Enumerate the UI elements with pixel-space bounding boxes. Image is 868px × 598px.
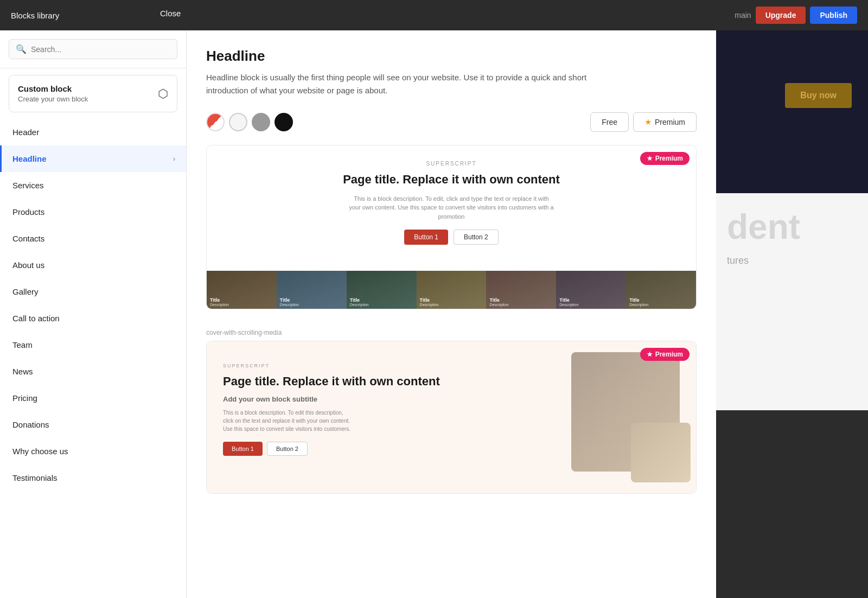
filter-buttons: Free ★ Premium <box>590 112 697 132</box>
search-input[interactable] <box>31 45 170 54</box>
swatch-red[interactable] <box>206 113 225 131</box>
buy-now-button[interactable]: Buy now <box>785 83 852 108</box>
sidebar-item-news[interactable]: News <box>0 358 186 385</box>
sidebar-item-label: Gallery <box>12 287 39 296</box>
sidebar-item-label: Why choose us <box>12 447 68 456</box>
img-secondary <box>631 423 691 482</box>
preview-heading-1: Page title. Replace it with own content <box>218 172 685 188</box>
preview-btn1[interactable]: Button 1 <box>404 230 448 245</box>
star-icon: ★ <box>644 117 652 127</box>
sidebar-item-testimonials[interactable]: Testimonials <box>0 465 186 491</box>
preview-btn2[interactable]: Button 2 <box>454 230 499 245</box>
preview2-image <box>566 341 696 493</box>
sidebar-item-label: Products <box>12 207 44 217</box>
preview-body-2: This is a block description. To edit thi… <box>223 409 353 433</box>
sidebar-item-label: Donations <box>12 420 49 429</box>
preview2-btn1[interactable]: Button 1 <box>223 442 263 456</box>
sidebar-item-label: About us <box>12 260 44 270</box>
superscript-2: SUPERSCRIPT <box>223 363 550 368</box>
preview-buttons-1: Button 1 Button 2 <box>218 230 685 245</box>
sidebar-item-headline[interactable]: Headline › <box>0 145 186 172</box>
preview-subtitle-2: Add your own block subtitle <box>223 395 550 403</box>
sidebar-item-team[interactable]: Team <box>0 332 186 358</box>
sidebar-item-donations[interactable]: Donations <box>0 411 186 438</box>
content-title: Headline <box>206 48 697 65</box>
sidebar-item-label: Services <box>12 181 44 190</box>
custom-block-title: Custom block <box>18 84 88 93</box>
star-icon: ★ <box>647 351 653 358</box>
chevron-right-icon: › <box>173 155 175 163</box>
custom-block-card[interactable]: Custom block Create your own block ⬡ <box>9 75 177 112</box>
custom-block-desc: Create your own block <box>18 95 88 103</box>
right-hero: Buy now <box>716 30 868 161</box>
image-stack <box>571 352 691 482</box>
sidebar-item-label: Team <box>12 340 33 349</box>
sidebar-item-label: Header <box>12 128 39 137</box>
sidebar-item-header[interactable]: Header <box>0 119 186 145</box>
search-input-wrap[interactable]: 🔍 <box>9 39 177 59</box>
image-strip-1: TitleDescription TitleDescription TitleD… <box>207 271 696 309</box>
sidebar-item-services[interactable]: Services <box>0 172 186 199</box>
filter-premium-button[interactable]: ★ Premium <box>633 112 697 132</box>
swatch-black[interactable] <box>275 113 293 131</box>
sidebar-item-call-to-action[interactable]: Call to action <box>0 305 186 332</box>
right-panel: Buy now dent tures <box>716 30 868 598</box>
block-card-1[interactable]: ★ Premium SUPERSCRIPT Page title. Replac… <box>206 145 697 309</box>
swatch-light[interactable] <box>229 113 247 131</box>
img-tile-4: TitleDescription <box>486 271 556 309</box>
img-tile-3: TitleDescription <box>417 271 487 309</box>
premium-badge-1: ★ Premium <box>640 152 690 165</box>
topbar-actions: main Upgrade Publish <box>735 7 857 24</box>
custom-block-info: Custom block Create your own block <box>18 84 88 103</box>
star-icon: ★ <box>647 155 653 162</box>
content-area: Headline Headline block is usually the f… <box>187 30 716 598</box>
preview-buttons-2: Button 1 Button 2 <box>223 442 550 456</box>
sidebar: 🔍 Custom block Create your own block ⬡ H… <box>0 30 187 598</box>
block-card-2[interactable]: ★ Premium SUPERSCRIPT Page title. Replac… <box>206 341 697 494</box>
img-tile-1: TitleDescription <box>277 271 347 309</box>
premium-badge-2: ★ Premium <box>640 348 690 361</box>
search-bar: 🔍 <box>0 30 186 68</box>
block-preview-2: SUPERSCRIPT Page title. Replace it with … <box>207 341 696 493</box>
right-features-text: tures <box>727 255 857 266</box>
right-content: dent tures <box>716 193 868 410</box>
nav-list: Header Headline › Services Products Cont… <box>0 119 186 598</box>
topbar: Blocks library main Upgrade Publish Clos… <box>0 0 868 30</box>
sidebar-item-label: Headline <box>12 154 47 163</box>
img-tile-2: TitleDescription <box>347 271 417 309</box>
img-tile-0: TitleDescription <box>207 271 277 309</box>
content-description: Headline block is usually the first thin… <box>206 71 597 97</box>
color-swatches <box>206 113 293 131</box>
right-big-text: dent <box>727 209 857 244</box>
topbar-title: Blocks library <box>11 11 59 20</box>
preview2-btn2[interactable]: Button 2 <box>267 442 308 456</box>
filter-free-button[interactable]: Free <box>590 112 629 132</box>
premium-label: Premium <box>655 118 685 126</box>
sidebar-item-about-us[interactable]: About us <box>0 252 186 278</box>
publish-button[interactable]: Publish <box>810 7 857 24</box>
sidebar-item-contacts[interactable]: Contacts <box>0 225 186 252</box>
img-tile-5: TitleDescription <box>556 271 626 309</box>
preview2-text: SUPERSCRIPT Page title. Replace it with … <box>207 341 566 493</box>
sidebar-item-label: Pricing <box>12 393 37 403</box>
upgrade-button[interactable]: Upgrade <box>756 7 806 24</box>
block2-label: cover-with-scrolling-media <box>206 325 697 341</box>
sidebar-item-products[interactable]: Products <box>0 199 186 225</box>
search-icon: 🔍 <box>16 44 27 54</box>
sidebar-item-label: Contacts <box>12 234 44 243</box>
main-layout: 🔍 Custom block Create your own block ⬡ H… <box>0 30 868 598</box>
preview-body-1: This is a block description. To edit, cl… <box>348 194 554 221</box>
block-preview-1: SUPERSCRIPT Page title. Replace it with … <box>207 145 696 271</box>
sidebar-item-why-choose-us[interactable]: Why choose us <box>0 438 186 465</box>
preview-heading-2: Page title. Replace it with own content <box>223 374 550 390</box>
close-button[interactable]: Close <box>160 9 181 18</box>
sidebar-item-pricing[interactable]: Pricing <box>0 385 186 411</box>
sidebar-item-label: News <box>12 367 33 376</box>
sidebar-item-label: Testimonials <box>12 473 58 482</box>
swatch-gray[interactable] <box>252 113 270 131</box>
superscript-1: SUPERSCRIPT <box>218 161 685 167</box>
sidebar-item-label: Call to action <box>12 314 60 323</box>
sidebar-item-gallery[interactable]: Gallery <box>0 278 186 305</box>
right-dark-section <box>716 161 868 193</box>
cube-icon: ⬡ <box>158 87 168 101</box>
